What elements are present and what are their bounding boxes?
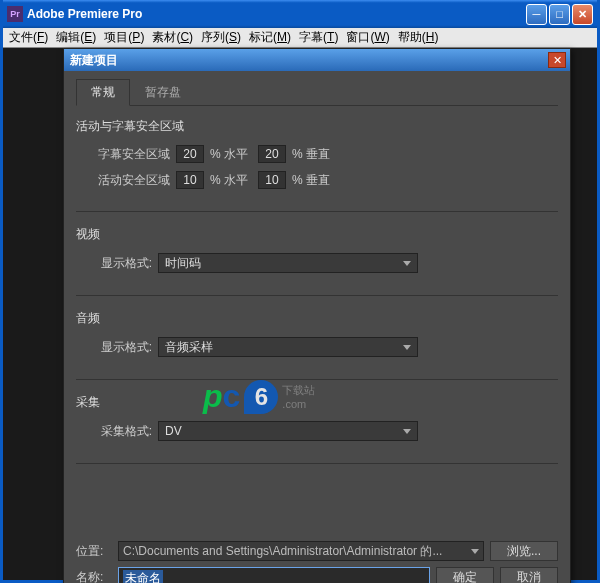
action-safe-v-input[interactable]	[258, 171, 286, 189]
h-unit-label-2: % 水平	[210, 172, 248, 189]
name-row: 名称: 未命名 确定 取消	[76, 567, 558, 583]
audio-format-row: 显示格式: 音频采样	[76, 337, 558, 357]
chevron-down-icon	[403, 429, 411, 434]
safe-area-title: 活动与字幕安全区域	[76, 118, 558, 135]
menu-file[interactable]: 文件(F)	[5, 27, 52, 48]
location-label: 位置:	[76, 543, 112, 560]
title-safe-row: 字幕安全区域 % 水平 % 垂直	[76, 145, 558, 163]
capture-format-label: 采集格式:	[92, 423, 152, 440]
dialog-body: 常规 暂存盘 活动与字幕安全区域 字幕安全区域 % 水平 % 垂直 活动安全区域	[64, 71, 570, 486]
title-safe-v-input[interactable]	[258, 145, 286, 163]
video-format-label: 显示格式:	[92, 255, 152, 272]
menu-clip[interactable]: 素材(C)	[148, 27, 197, 48]
audio-format-value: 音频采样	[165, 339, 213, 356]
capture-section: 采集 采集格式: DV	[76, 394, 558, 464]
ok-button[interactable]: 确定	[436, 567, 494, 583]
title-safe-h-input[interactable]	[176, 145, 204, 163]
menu-edit[interactable]: 编辑(E)	[52, 27, 100, 48]
title-safe-label: 字幕安全区域	[92, 146, 170, 163]
name-label: 名称:	[76, 569, 112, 584]
action-safe-row: 活动安全区域 % 水平 % 垂直	[76, 171, 558, 189]
menu-sequence[interactable]: 序列(S)	[197, 27, 245, 48]
window-titlebar[interactable]: Pr Adobe Premiere Pro ─ □ ✕	[3, 0, 597, 28]
video-title: 视频	[76, 226, 558, 243]
app-icon: Pr	[7, 6, 23, 22]
chevron-down-icon	[403, 261, 411, 266]
capture-format-row: 采集格式: DV	[76, 421, 558, 441]
dialog-footer: 位置: C:\Documents and Settings\Administra…	[76, 541, 558, 583]
v-unit-label: % 垂直	[292, 146, 330, 163]
audio-format-dropdown[interactable]: 音频采样	[158, 337, 418, 357]
location-row: 位置: C:\Documents and Settings\Administra…	[76, 541, 558, 561]
menubar: 文件(F) 编辑(E) 项目(P) 素材(C) 序列(S) 标记(M) 字幕(T…	[3, 28, 597, 48]
v-unit-label-2: % 垂直	[292, 172, 330, 189]
name-input[interactable]: 未命名	[118, 567, 430, 583]
menu-marker[interactable]: 标记(M)	[245, 27, 295, 48]
browse-button[interactable]: 浏览...	[490, 541, 558, 561]
window-title: Adobe Premiere Pro	[27, 7, 526, 21]
video-format-value: 时间码	[165, 255, 201, 272]
close-button[interactable]: ✕	[572, 4, 593, 25]
h-unit-label: % 水平	[210, 146, 248, 163]
location-path-dropdown[interactable]: C:\Documents and Settings\Administrator\…	[118, 541, 484, 561]
cancel-button[interactable]: 取消	[500, 567, 558, 583]
window-controls: ─ □ ✕	[526, 4, 593, 25]
capture-format-dropdown[interactable]: DV	[158, 421, 418, 441]
tab-scratch[interactable]: 暂存盘	[130, 79, 196, 105]
tab-strip: 常规 暂存盘	[76, 79, 558, 106]
chevron-down-icon	[471, 549, 479, 554]
dialog-titlebar[interactable]: 新建项目 ✕	[64, 49, 570, 71]
menu-help[interactable]: 帮助(H)	[394, 27, 443, 48]
location-path-value: C:\Documents and Settings\Administrator\…	[123, 543, 442, 560]
safe-area-section: 活动与字幕安全区域 字幕安全区域 % 水平 % 垂直 活动安全区域 % 水平 %…	[76, 118, 558, 212]
audio-section: 音频 显示格式: 音频采样	[76, 310, 558, 380]
dialog-close-button[interactable]: ✕	[548, 52, 566, 68]
audio-title: 音频	[76, 310, 558, 327]
video-format-row: 显示格式: 时间码	[76, 253, 558, 273]
action-safe-h-input[interactable]	[176, 171, 204, 189]
menu-window[interactable]: 窗口(W)	[342, 27, 393, 48]
dialog-title: 新建项目	[68, 52, 548, 69]
maximize-button[interactable]: □	[549, 4, 570, 25]
tab-general[interactable]: 常规	[76, 79, 130, 106]
audio-format-label: 显示格式:	[92, 339, 152, 356]
minimize-button[interactable]: ─	[526, 4, 547, 25]
menu-project[interactable]: 项目(P)	[100, 27, 148, 48]
action-safe-label: 活动安全区域	[92, 172, 170, 189]
capture-format-value: DV	[165, 424, 182, 438]
capture-title: 采集	[76, 394, 558, 411]
video-format-dropdown[interactable]: 时间码	[158, 253, 418, 273]
menu-title[interactable]: 字幕(T)	[295, 27, 342, 48]
app-window: Pr Adobe Premiere Pro ─ □ ✕ 文件(F) 编辑(E) …	[0, 0, 600, 583]
chevron-down-icon	[403, 345, 411, 350]
new-project-dialog: 新建项目 ✕ 常规 暂存盘 活动与字幕安全区域 字幕安全区域 % 水平	[63, 48, 571, 583]
video-section: 视频 显示格式: 时间码	[76, 226, 558, 296]
app-workspace: 新建项目 ✕ 常规 暂存盘 活动与字幕安全区域 字幕安全区域 % 水平	[3, 48, 597, 580]
